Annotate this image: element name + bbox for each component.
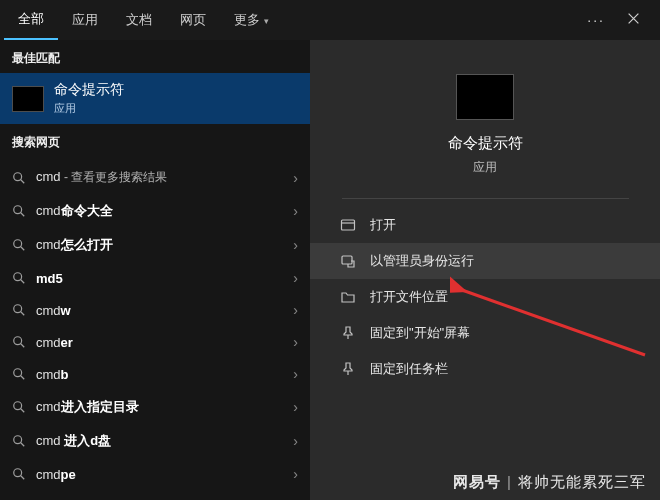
open-icon: [340, 217, 356, 233]
svg-point-7: [14, 402, 22, 410]
svg-point-0: [14, 172, 22, 180]
web-result-item[interactable]: cmd 进入d盘›: [0, 424, 310, 458]
svg-point-1: [14, 206, 22, 214]
actions-list: 打开 以管理员身份运行 打开文件位置 固定到"开始"屏幕: [310, 207, 660, 387]
svg-rect-11: [342, 256, 352, 264]
web-result-item[interactable]: cmd怎么打开›: [0, 228, 310, 262]
tab-docs[interactable]: 文档: [112, 1, 166, 39]
search-icon: [12, 335, 26, 349]
divider: [342, 198, 629, 199]
action-open-label: 打开: [370, 216, 396, 234]
search-icon: [12, 434, 26, 448]
tab-web[interactable]: 网页: [166, 1, 220, 39]
chevron-right-icon: ›: [293, 399, 298, 415]
web-result-item[interactable]: cmd命令大全›: [0, 194, 310, 228]
watermark: 网易号|将帅无能累死三军: [453, 473, 646, 492]
best-match-title: 命令提示符: [54, 81, 124, 99]
action-run-as-admin[interactable]: 以管理员身份运行: [310, 243, 660, 279]
web-result-item[interactable]: cmdpe›: [0, 458, 310, 490]
action-open-location-label: 打开文件位置: [370, 288, 448, 306]
web-result-label: md5: [36, 271, 293, 286]
tab-more-label: 更多: [234, 12, 260, 27]
watermark-brand: 网易号: [453, 473, 501, 490]
action-pin-start-label: 固定到"开始"屏幕: [370, 324, 470, 342]
cmd-thumbnail-icon: [12, 86, 44, 112]
chevron-right-icon: ›: [293, 270, 298, 286]
svg-point-3: [14, 273, 22, 281]
search-icon: [12, 303, 26, 317]
search-icon: [12, 204, 26, 218]
best-match-item[interactable]: 命令提示符 应用: [0, 73, 310, 124]
svg-point-8: [14, 436, 22, 444]
pin-start-icon: [340, 325, 356, 341]
best-match-subtitle: 应用: [54, 101, 124, 116]
web-result-item[interactable]: cmd进入指定目录›: [0, 390, 310, 424]
svg-point-6: [14, 369, 22, 377]
watermark-text: 将帅无能累死三军: [518, 473, 646, 490]
preview-panel: 命令提示符 应用 打开 以管理员身份运行 打开文件位置: [310, 40, 660, 500]
folder-icon: [340, 289, 356, 305]
web-result-label: cmd怎么打开: [36, 236, 293, 254]
action-open-location[interactable]: 打开文件位置: [310, 279, 660, 315]
chevron-right-icon: ›: [293, 466, 298, 482]
svg-point-5: [14, 337, 22, 345]
search-icon: [12, 467, 26, 481]
close-icon: [627, 12, 640, 25]
search-web-header: 搜索网页: [0, 124, 310, 157]
results-panel: 最佳匹配 命令提示符 应用 搜索网页 cmd - 查看更多搜索结果›cmd命令大…: [0, 40, 310, 500]
web-result-label: cmd进入指定目录: [36, 398, 293, 416]
web-result-label: cmder: [36, 335, 293, 350]
chevron-right-icon: ›: [293, 203, 298, 219]
preview-title: 命令提示符: [448, 134, 523, 153]
chevron-right-icon: ›: [293, 366, 298, 382]
action-open[interactable]: 打开: [310, 207, 660, 243]
svg-rect-10: [342, 220, 355, 230]
tab-apps[interactable]: 应用: [58, 1, 112, 39]
chevron-right-icon: ›: [293, 334, 298, 350]
chevron-right-icon: ›: [293, 170, 298, 186]
search-icon: [12, 271, 26, 285]
search-icon: [12, 367, 26, 381]
web-result-label: cmdb: [36, 367, 293, 382]
close-button[interactable]: [615, 4, 652, 36]
chevron-down-icon: ▾: [264, 16, 269, 26]
tab-more[interactable]: 更多▾: [220, 1, 283, 39]
web-result-item[interactable]: cmder›: [0, 326, 310, 358]
cmd-preview-icon: [456, 74, 514, 120]
preview-block: 命令提示符 应用: [448, 74, 523, 176]
chevron-right-icon: ›: [293, 433, 298, 449]
preview-subtitle: 应用: [448, 159, 523, 176]
web-result-label: cmd - 查看更多搜索结果: [36, 169, 293, 186]
action-pin-taskbar[interactable]: 固定到任务栏: [310, 351, 660, 387]
best-match-header: 最佳匹配: [0, 40, 310, 73]
search-tabs: 全部 应用 文档 网页 更多▾ ···: [0, 0, 660, 40]
web-result-label: cmd 进入d盘: [36, 432, 293, 450]
action-run-as-admin-label: 以管理员身份运行: [370, 252, 474, 270]
chevron-right-icon: ›: [293, 302, 298, 318]
web-result-label: cmdw: [36, 303, 293, 318]
action-pin-taskbar-label: 固定到任务栏: [370, 360, 448, 378]
tab-all[interactable]: 全部: [4, 0, 58, 40]
shield-icon: [340, 253, 356, 269]
svg-point-9: [14, 469, 22, 477]
more-options-button[interactable]: ···: [577, 4, 615, 36]
action-pin-start[interactable]: 固定到"开始"屏幕: [310, 315, 660, 351]
pin-taskbar-icon: [340, 361, 356, 377]
search-icon: [12, 238, 26, 252]
web-result-label: cmdpe: [36, 467, 293, 482]
web-result-item[interactable]: cmdb›: [0, 358, 310, 390]
search-icon: [12, 400, 26, 414]
svg-point-4: [14, 305, 22, 313]
search-icon: [12, 171, 26, 185]
web-results-list: cmd - 查看更多搜索结果›cmd命令大全›cmd怎么打开›md5›cmdw›…: [0, 157, 310, 494]
web-result-item[interactable]: cmd - 查看更多搜索结果›: [0, 161, 310, 194]
svg-point-2: [14, 240, 22, 248]
web-result-label: cmd命令大全: [36, 202, 293, 220]
web-result-item[interactable]: md5›: [0, 262, 310, 294]
chevron-right-icon: ›: [293, 237, 298, 253]
web-result-item[interactable]: cmdw›: [0, 294, 310, 326]
